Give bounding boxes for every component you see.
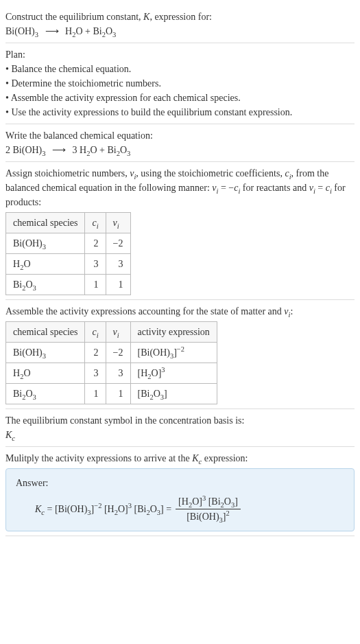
cell-ci: 1 bbox=[85, 275, 106, 295]
cell-ci: 2 bbox=[85, 233, 106, 254]
col-nui: νi bbox=[106, 322, 130, 343]
plan-heading: Plan: bbox=[5, 47, 355, 62]
plan-section: Plan: • Balance the chemical equation. •… bbox=[5, 43, 355, 124]
table-row: H2O 3 3 bbox=[6, 254, 131, 275]
k-symbol: K bbox=[143, 12, 149, 22]
cell-species: Bi(OH)3 bbox=[6, 233, 85, 254]
table-header-row: chemical species ci νi bbox=[6, 213, 131, 233]
plan-item: • Assemble the activity expression for e… bbox=[5, 91, 355, 105]
title-prefix: Construct the equilibrium constant, bbox=[5, 12, 143, 22]
fraction-numerator: [H2O]3 [Bi2O3] bbox=[176, 494, 241, 509]
arrow-icon: ⟶ bbox=[45, 24, 59, 38]
cell-activity: [Bi(OH)3]−2 bbox=[130, 343, 217, 363]
cell-species: Bi2O3 bbox=[6, 384, 85, 404]
cell-species: H2O bbox=[6, 254, 85, 275]
cell-activity: [Bi2O3] bbox=[130, 384, 217, 404]
table-header-row: chemical species ci νi activity expressi… bbox=[6, 322, 217, 343]
col-ci: ci bbox=[85, 322, 106, 343]
cell-species: H2O bbox=[6, 363, 85, 384]
table-row: H2O 3 3 [H2O]3 bbox=[6, 363, 217, 384]
cell-nui: 1 bbox=[106, 275, 130, 295]
answer-box: Answer: Kc = [Bi(OH)3]−2 [H2O]3 [Bi2O3] … bbox=[5, 468, 355, 531]
kc-symbol-text: The equilibrium constant symbol in the c… bbox=[5, 413, 355, 428]
plan-item: • Use the activity expressions to build … bbox=[5, 105, 355, 119]
answer-fraction: [H2O]3 [Bi2O3] [Bi(OH)3]2 bbox=[176, 494, 241, 524]
table-row: Bi(OH)3 2 −2 [Bi(OH)3]−2 bbox=[6, 343, 217, 363]
kc-symbol: Kc bbox=[5, 428, 355, 442]
fraction-denominator: [Bi(OH)3]2 bbox=[176, 509, 241, 524]
table-row: Bi2O3 1 1 bbox=[6, 275, 131, 295]
answer-expression: Kc = [Bi(OH)3]−2 [H2O]3 [Bi2O3] = [H2O]3… bbox=[16, 494, 344, 524]
cell-ci: 3 bbox=[85, 254, 106, 275]
col-species: chemical species bbox=[6, 213, 85, 233]
col-ci: ci bbox=[85, 213, 106, 233]
cell-species: Bi2O3 bbox=[6, 275, 85, 295]
title-section: Construct the equilibrium constant, K, e… bbox=[5, 5, 355, 43]
cell-ci: 2 bbox=[85, 343, 106, 363]
kc-symbol-section: The equilibrium constant symbol in the c… bbox=[5, 409, 355, 447]
cell-ci: 3 bbox=[85, 363, 106, 384]
stoich-table: chemical species ci νi Bi(OH)3 2 −2 H2O … bbox=[5, 212, 131, 295]
cell-nui: −2 bbox=[106, 233, 130, 254]
title-suffix: , expression for: bbox=[149, 12, 212, 22]
answer-label: Answer: bbox=[16, 476, 344, 490]
col-nui: νi bbox=[106, 213, 130, 233]
cell-nui: 1 bbox=[106, 384, 130, 404]
stoich-text: Assign stoichiometric numbers, νi, using… bbox=[5, 166, 355, 209]
table-row: Bi2O3 1 1 [Bi2O3] bbox=[6, 384, 217, 404]
multiply-section: Mulitply the activity expressions to arr… bbox=[5, 447, 355, 536]
col-activity: activity expression bbox=[130, 322, 217, 343]
balanced-heading: Write the balanced chemical equation: bbox=[5, 128, 355, 143]
cell-nui: 3 bbox=[106, 363, 130, 384]
plan-item: • Determine the stoichiometric numbers. bbox=[5, 76, 355, 91]
cell-ci: 1 bbox=[85, 384, 106, 404]
balanced-equation: 2 Bi(OH)3 ⟶ 3 H2O + Bi2O3 bbox=[5, 143, 355, 157]
cell-nui: 3 bbox=[106, 254, 130, 275]
table-row: Bi(OH)3 2 −2 bbox=[6, 233, 131, 254]
answer-lhs: Kc = [Bi(OH)3]−2 [H2O]3 [Bi2O3] = bbox=[35, 502, 171, 516]
multiply-text: Mulitply the activity expressions to arr… bbox=[5, 451, 355, 465]
title-text: Construct the equilibrium constant, K, e… bbox=[5, 10, 355, 24]
cell-nui: −2 bbox=[106, 343, 130, 363]
arrow-icon: ⟶ bbox=[52, 143, 66, 157]
activity-heading: Assemble the activity expressions accoun… bbox=[5, 304, 355, 319]
col-species: chemical species bbox=[6, 322, 85, 343]
activity-table: chemical species ci νi activity expressi… bbox=[5, 321, 217, 404]
stoich-section: Assign stoichiometric numbers, νi, using… bbox=[5, 162, 355, 300]
balanced-section: Write the balanced chemical equation: 2 … bbox=[5, 124, 355, 162]
unbalanced-equation: Bi(OH)3 ⟶ H2O + Bi2O3 bbox=[5, 24, 355, 38]
cell-species: Bi(OH)3 bbox=[6, 343, 85, 363]
cell-activity: [H2O]3 bbox=[130, 363, 217, 384]
plan-item: • Balance the chemical equation. bbox=[5, 62, 355, 76]
activity-section: Assemble the activity expressions accoun… bbox=[5, 300, 355, 409]
